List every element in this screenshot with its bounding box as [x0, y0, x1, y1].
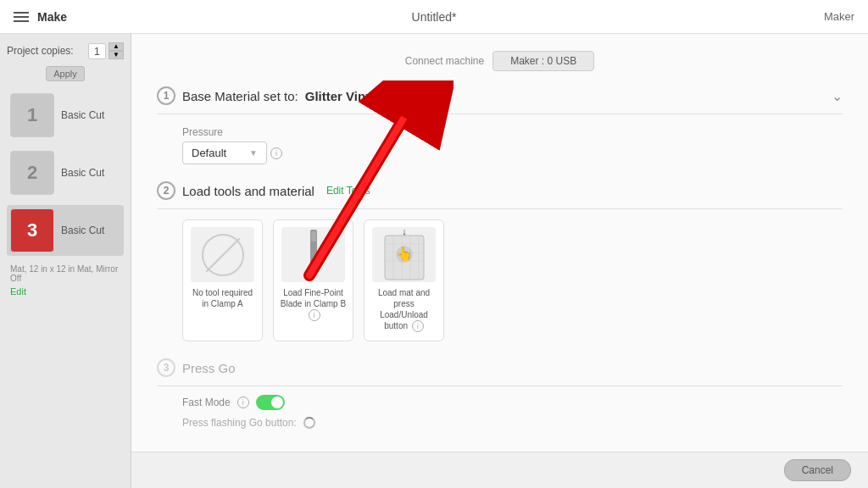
section-load-tools: 2 Load tools and material Edit Tools No … — [157, 181, 843, 341]
no-tool-line — [205, 237, 240, 272]
svg-text:↓: ↓ — [402, 229, 407, 236]
go-button-row: Press flashing Go button: — [182, 417, 843, 429]
pressure-select-row: Default ▼ i — [182, 141, 843, 164]
section2-label: Load tools and material — [182, 184, 314, 198]
section1-material: Glitter Vinyl — [305, 89, 376, 103]
blade-info-icon[interactable]: i — [309, 309, 320, 321]
tool-name-2: Load Fine-Point Blade in Clamp B i — [279, 287, 348, 321]
mat-label-3: Basic Cut — [61, 225, 104, 236]
project-copies-row: Project copies: 1 ▲ ▼ — [7, 42, 124, 59]
edit-link[interactable]: Edit — [7, 286, 26, 297]
tool-img-2 — [281, 227, 345, 282]
go-button-label: Press flashing Go button: — [182, 417, 297, 429]
copies-down[interactable]: ▼ — [108, 51, 124, 59]
no-tool-icon — [202, 234, 244, 276]
mat-item-1[interactable]: 1 Basic Cut — [7, 90, 124, 141]
svg-marker-1 — [310, 263, 317, 279]
mat-item-2[interactable]: 2 Basic Cut — [7, 147, 124, 198]
copies-up[interactable]: ▲ — [108, 42, 124, 51]
mat-info: Mat, 12 in x 12 in Mat, Mirror Off — [7, 263, 124, 285]
pressure-value: Default — [192, 147, 226, 159]
topbar: Make Untitled* Maker — [0, 0, 868, 34]
edit-tools-link[interactable]: Edit Tools — [326, 185, 370, 197]
app-title: Make — [37, 10, 67, 24]
mat-thumb-2: 2 — [10, 151, 54, 195]
fast-mode-row: Fast Mode i — [182, 395, 843, 410]
fast-mode-label: Fast Mode — [182, 396, 231, 408]
svg-text:👆: 👆 — [396, 246, 413, 262]
connect-bar: Connect machine Maker : 0 USB — [157, 51, 843, 71]
fast-mode-toggle[interactable] — [256, 395, 285, 410]
connect-label: Connect machine — [405, 55, 484, 67]
sidebar: Project copies: 1 ▲ ▼ Apply 1 Basic Cut … — [0, 34, 131, 488]
tool-card-1: No tool required in Clamp A — [182, 219, 263, 341]
mat-label-2: Basic Cut — [61, 167, 104, 179]
section-base-material: 1 Base Material set to: Glitter Vinyl ⌄ … — [157, 86, 843, 164]
section1-prefix: Base Material set to: — [182, 89, 298, 103]
cancel-button[interactable]: Cancel — [784, 459, 851, 481]
copies-stepper[interactable]: ▲ ▼ — [108, 42, 124, 59]
connect-button[interactable]: Maker : 0 USB — [492, 51, 594, 71]
mat-thumb-1: 1 — [10, 93, 54, 137]
machine-label: Maker — [824, 10, 854, 23]
section-press-go: 3 Press Go Fast Mode i Press flashing Go… — [157, 358, 843, 429]
section2-header: 2 Load tools and material Edit Tools — [157, 181, 843, 209]
tool-cards: No tool required in Clamp A Load Fine-Po… — [182, 219, 843, 341]
mat-item-3[interactable]: 3 Basic Cut — [7, 205, 124, 256]
project-copies-value: 1 — [88, 43, 106, 59]
mat-label-1: Basic Cut — [61, 109, 104, 121]
tool-card-3: 👆 ↓ Load mat and press Load/Unload butto… — [364, 219, 444, 341]
section3-title: 3 Press Go — [157, 358, 236, 377]
section1-header: 1 Base Material set to: Glitter Vinyl ⌄ — [157, 86, 843, 114]
toggle-knob — [271, 396, 283, 408]
content-area: Connect machine Maker : 0 USB 1 Base Mat… — [131, 34, 868, 488]
tool-img-1 — [191, 227, 254, 282]
fast-mode-info-icon[interactable]: i — [237, 396, 249, 408]
topbar-left: Make — [14, 10, 67, 24]
project-copies-label: Project copies: — [7, 45, 74, 57]
section1-title: 1 Base Material set to: Glitter Vinyl — [157, 86, 376, 105]
bottom-bar: Cancel — [131, 452, 868, 488]
load-mat-icon: 👆 ↓ — [375, 229, 434, 281]
spinner-icon — [303, 417, 315, 429]
document-title: Untitled* — [412, 10, 457, 24]
pressure-info-icon[interactable]: i — [270, 147, 282, 159]
mat-info-icon[interactable]: i — [412, 320, 424, 332]
svg-rect-2 — [311, 231, 316, 241]
dropdown-arrow-icon: ▼ — [249, 148, 258, 158]
tool-card-2: Load Fine-Point Blade in Clamp B i — [273, 219, 353, 341]
hamburger-menu[interactable] — [14, 12, 29, 22]
main-layout: Project copies: 1 ▲ ▼ Apply 1 Basic Cut … — [0, 34, 868, 488]
tool-name-1: No tool required in Clamp A — [188, 287, 257, 309]
section1-chevron[interactable]: ⌄ — [832, 88, 843, 104]
tool-img-3: 👆 ↓ — [372, 227, 436, 282]
tool-name-3: Load mat and press Load/Unload button i — [370, 287, 438, 332]
section2-title: 2 Load tools and material Edit Tools — [157, 181, 370, 200]
pressure-label: Pressure — [182, 126, 843, 138]
pressure-dropdown[interactable]: Default ▼ — [182, 141, 267, 164]
section3-label: Press Go — [182, 361, 236, 375]
step3-num: 3 — [157, 358, 175, 377]
step1-num: 1 — [157, 86, 175, 105]
step2-num: 2 — [157, 181, 175, 200]
section3-header: 3 Press Go — [157, 358, 843, 386]
apply-button[interactable]: Apply — [46, 66, 85, 81]
mat-thumb-3: 3 — [10, 208, 54, 252]
pressure-area: Pressure Default ▼ i — [182, 126, 843, 164]
blade-icon — [304, 230, 323, 280]
